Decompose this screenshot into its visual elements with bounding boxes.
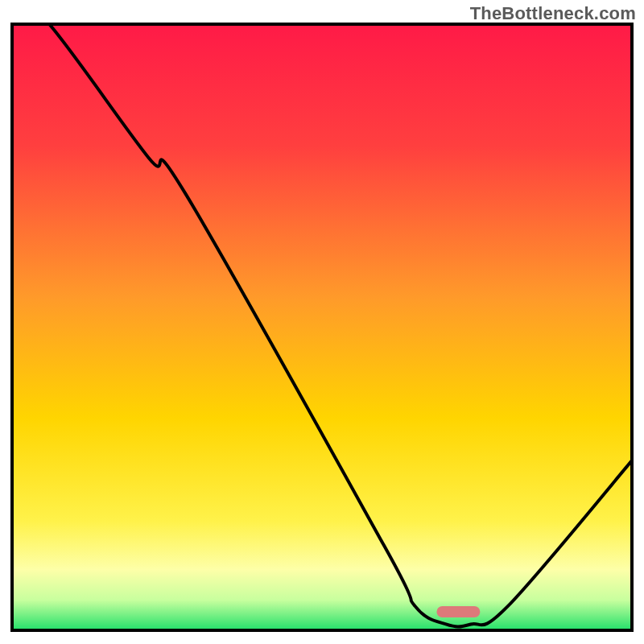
watermark-text: TheBottleneck.com (470, 3, 636, 24)
chart-container: TheBottleneck.com (0, 0, 644, 644)
bottleneck-chart (0, 0, 644, 644)
optimal-marker (436, 606, 480, 617)
gradient-background (12, 24, 632, 630)
